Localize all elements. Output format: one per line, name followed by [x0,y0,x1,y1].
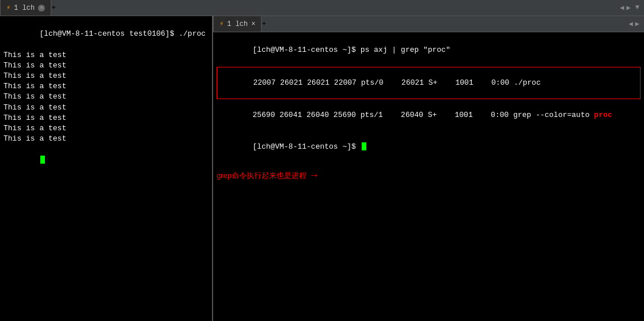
left-cursor [40,156,45,164]
left-cursor-line [3,144,209,176]
right-terminal-body[interactable]: [lch@VM-8-11-centos ~]$ ps axj | grep "p… [213,32,644,321]
right-result-row2: 25690 26041 26040 25690 pts/1 26040 S+ 1… [217,100,641,131]
left-tab-label: 1 lch [14,4,35,12]
right-pane: ⚡ 1 lch × + ◀ ▶ [lch@VM-8-11-centos ~]$ … [213,16,644,321]
right-result-row1: 22007 26021 26021 22007 pts/0 26021 S+ 1… [217,67,641,100]
left-output-line-1: This is a test [3,50,209,61]
left-output-line-5: This is a test [3,92,209,102]
terminal-container: [lch@VM-8-11-centos test0106]$ ./proc Th… [0,16,644,321]
left-output-line-6: This is a test [3,103,209,113]
annotation-text: grep命令执行起来也是进程 [217,171,306,181]
right-nav-next[interactable]: ▶ [635,20,639,28]
left-prompt-line: [lch@VM-8-11-centos test0106]$ ./proc [3,18,209,50]
annotation-arrow: → [311,168,317,183]
left-output-line-3: This is a test [3,71,209,81]
window-bar: ⚡ 1 lch × + ◀ ▶ ▼ [0,0,644,16]
left-add-tab[interactable]: + [51,3,56,12]
left-output-line-2: This is a test [3,61,209,71]
annotation-line: grep命令执行起来也是进程 → [217,168,641,183]
left-output-line-8: This is a test [3,123,209,134]
right-tab[interactable]: ⚡ 1 lch × [213,16,262,32]
right-add-tab[interactable]: + [262,20,266,28]
right-nav-prev[interactable]: ◀ [629,20,633,28]
right-cursor [362,142,366,150]
right-tab-label: 1 lch [227,20,248,28]
left-tab-icon: ⚡ [6,3,10,12]
left-nav-arrows: ◀ ▶ ▼ [620,3,644,12]
left-output-line-9: This is a test [3,134,209,144]
right-prompt-line: [lch@VM-8-11-centos ~]$ ps axj | grep "p… [217,35,641,66]
left-pane: [lch@VM-8-11-centos test0106]$ ./proc Th… [0,16,213,321]
left-tab-close[interactable]: × [38,5,45,12]
left-nav-menu[interactable]: ▼ [635,3,639,12]
left-tab[interactable]: ⚡ 1 lch × [0,0,51,16]
left-nav-prev[interactable]: ◀ [620,3,624,12]
left-output-line-4: This is a test [3,81,209,92]
left-output-line-7: This is a test [3,113,209,123]
right-tab-icon: ⚡ [219,20,223,28]
left-terminal-body[interactable]: [lch@VM-8-11-centos test0106]$ ./proc Th… [0,16,212,321]
right-pane-header: ⚡ 1 lch × + ◀ ▶ [213,16,644,32]
tab-group-left: ⚡ 1 lch × + [0,0,56,16]
right-prompt2-line: [lch@VM-8-11-centos ~]$ [217,131,641,163]
left-nav-next[interactable]: ▶ [627,3,631,12]
right-nav-arrows: ◀ ▶ [629,20,644,28]
right-tab-close[interactable]: × [251,20,255,28]
